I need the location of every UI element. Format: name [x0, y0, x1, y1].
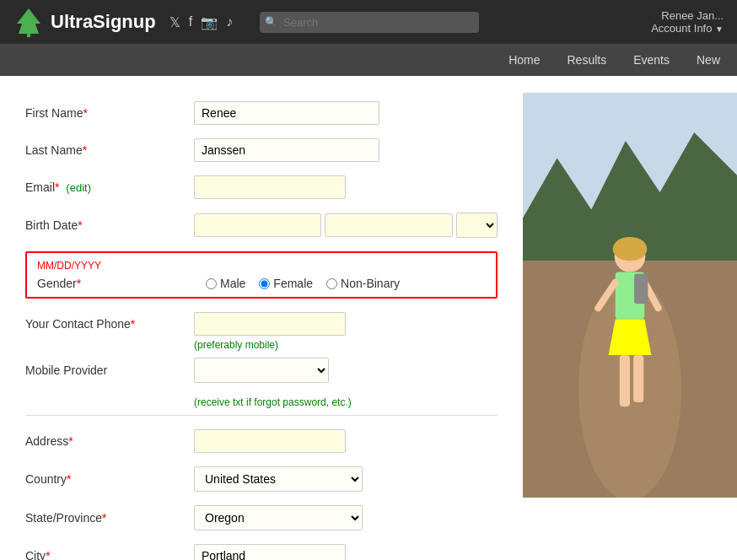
- first-name-field-wrapper: [194, 101, 498, 125]
- user-account-area[interactable]: Renee Jan... Account Info ▼: [651, 9, 724, 35]
- required-marker: *: [78, 218, 82, 232]
- gender-female-option[interactable]: Female: [259, 277, 313, 290]
- secondary-nav: Home Results Events New: [0, 44, 737, 76]
- city-field-wrapper: [194, 544, 498, 560]
- required-marker: *: [55, 180, 59, 194]
- logo-link[interactable]: UltraSignup: [13, 7, 156, 37]
- first-name-input[interactable]: [194, 101, 379, 125]
- profile-photo-area: Upload Profile: [523, 93, 737, 560]
- birth-date-hint: MM/DD/YYYY: [37, 260, 486, 272]
- country-field-wrapper: United States Canada United Kingdom: [194, 466, 498, 492]
- birth-month-input[interactable]: [194, 213, 321, 237]
- birth-date-label: Birth Date*: [25, 218, 194, 232]
- tiktok-icon[interactable]: ♪: [226, 14, 233, 30]
- search-area: [260, 12, 624, 33]
- email-field-wrapper: [194, 175, 498, 199]
- gender-row: Gender* Male Female Non-Binary: [37, 277, 486, 290]
- user-name: Renee Jan...: [651, 9, 724, 22]
- nav-results[interactable]: Results: [563, 53, 610, 67]
- mobile-provider-label: Mobile Provider: [25, 363, 194, 377]
- address-label: Address*: [25, 434, 194, 448]
- profile-form: First Name* Last Name* Email* (edit): [0, 93, 523, 560]
- required-marker: *: [131, 317, 135, 331]
- mobile-provider-select[interactable]: [194, 358, 329, 383]
- last-name-field-wrapper: [194, 138, 498, 162]
- logo-text: UltraSignup: [51, 11, 156, 33]
- gender-nonbinary-option[interactable]: Non-Binary: [326, 277, 400, 290]
- svg-rect-8: [620, 355, 630, 407]
- country-select[interactable]: United States Canada United Kingdom: [194, 466, 363, 492]
- svg-marker-7: [609, 319, 652, 355]
- first-name-row: First Name*: [25, 101, 498, 125]
- gender-nonbinary-radio[interactable]: [326, 278, 337, 289]
- mobile-provider-field-wrapper: [194, 358, 498, 383]
- search-input[interactable]: [260, 12, 479, 33]
- svg-rect-12: [634, 274, 648, 304]
- top-nav: UltraSignup 𝕏 f 📷 ♪ Renee Jan... Account…: [0, 0, 737, 44]
- required-marker: *: [68, 434, 73, 448]
- last-name-input[interactable]: [194, 138, 379, 162]
- svg-point-13: [613, 237, 648, 261]
- main-content: First Name* Last Name* Email* (edit): [0, 76, 737, 560]
- last-name-row: Last Name*: [25, 138, 498, 162]
- profile-photo: [523, 93, 737, 498]
- gender-options: Male Female Non-Binary: [206, 277, 400, 290]
- first-name-label: First Name*: [25, 106, 194, 120]
- twitter-icon[interactable]: 𝕏: [169, 14, 180, 30]
- nav-home[interactable]: Home: [505, 53, 543, 67]
- country-row: Country* United States Canada United Kin…: [25, 466, 498, 492]
- account-info-link[interactable]: Account Info ▼: [651, 22, 724, 35]
- instagram-icon[interactable]: 📷: [201, 14, 218, 30]
- email-label: Email* (edit): [25, 180, 194, 194]
- required-marker: *: [83, 143, 87, 157]
- address-row: Address*: [25, 429, 498, 453]
- required-marker: *: [67, 472, 71, 486]
- svg-rect-9: [633, 355, 643, 402]
- gender-label: Gender*: [37, 277, 206, 290]
- email-row: Email* (edit): [25, 175, 498, 199]
- nav-new[interactable]: New: [693, 53, 724, 67]
- birth-year-select[interactable]: [456, 213, 498, 238]
- divider: [25, 415, 498, 416]
- last-name-label: Last Name*: [25, 143, 194, 157]
- state-field-wrapper: Oregon California Washington: [194, 505, 498, 530]
- email-input[interactable]: [194, 175, 346, 199]
- phone-row: Your Contact Phone*: [25, 312, 498, 336]
- required-marker: *: [46, 549, 50, 560]
- gender-female-radio[interactable]: [259, 278, 270, 289]
- email-edit-link[interactable]: (edit): [66, 181, 91, 194]
- chevron-down-icon: ▼: [715, 24, 724, 34]
- birth-day-input[interactable]: [325, 213, 452, 237]
- country-label: Country*: [25, 472, 194, 486]
- required-marker: *: [102, 511, 106, 525]
- svg-marker-0: [17, 8, 40, 37]
- gender-male-option[interactable]: Male: [206, 277, 245, 290]
- required-marker: *: [77, 277, 81, 290]
- gender-male-radio[interactable]: [206, 278, 217, 289]
- required-marker: *: [83, 106, 87, 120]
- birth-date-row: Birth Date*: [25, 213, 498, 238]
- city-label: City*: [25, 549, 194, 560]
- mobile-provider-row: Mobile Provider: [25, 358, 498, 383]
- nav-events[interactable]: Events: [630, 53, 673, 67]
- social-links: 𝕏 f 📷 ♪: [169, 14, 233, 30]
- facebook-icon[interactable]: f: [189, 14, 192, 30]
- logo-icon: [13, 7, 44, 37]
- state-label: State/Province*: [25, 511, 194, 525]
- phone-label: Your Contact Phone*: [25, 317, 194, 331]
- phone-hint: (preferably mobile): [194, 339, 498, 351]
- address-input[interactable]: [194, 429, 346, 453]
- state-select[interactable]: Oregon California Washington: [194, 505, 363, 530]
- birth-date-field-wrapper: [194, 213, 498, 238]
- gender-section: MM/DD/YYYY Gender* Male Female: [25, 251, 498, 299]
- mobile-provider-hint: (receive txt if forgot password, etc.): [194, 396, 498, 408]
- city-row: City*: [25, 544, 498, 560]
- phone-input[interactable]: [194, 312, 346, 336]
- city-input[interactable]: [194, 544, 346, 560]
- phone-field-wrapper: [194, 312, 498, 336]
- state-row: State/Province* Oregon California Washin…: [25, 505, 498, 530]
- address-field-wrapper: [194, 429, 498, 453]
- background-image: [523, 93, 737, 498]
